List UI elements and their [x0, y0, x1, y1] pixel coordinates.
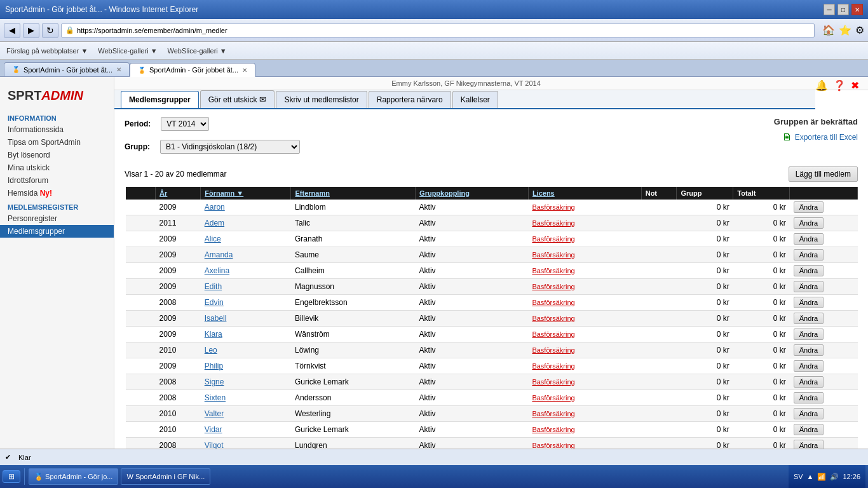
sort-lastname-link[interactable]: Efternamn	[295, 189, 329, 197]
settings-icon[interactable]: ⚙	[855, 24, 864, 36]
member-link[interactable]: Axelina	[205, 266, 229, 275]
sidebar-item-personregister[interactable]: Personregister	[0, 212, 114, 225]
license-link[interactable]: Basförsäkring	[532, 330, 574, 338]
license-link[interactable]: Basförsäkring	[532, 346, 574, 354]
address-bar[interactable]: 🔒 https://sportadmin.se/emember/admin/m_…	[61, 24, 815, 37]
sort-firstname-link[interactable]: Förnamn ▼	[205, 189, 243, 197]
start-button[interactable]: ⊞	[3, 470, 20, 483]
andra-button[interactable]: Ändra	[794, 424, 824, 435]
sidebar-item-idrottsforum[interactable]: Idrottsforum	[0, 174, 114, 187]
member-link[interactable]: Alice	[205, 234, 221, 243]
tab-close-icon[interactable]: ✕	[116, 66, 121, 73]
col-header-license[interactable]: Licens	[528, 187, 641, 200]
license-link[interactable]: Basförsäkring	[532, 315, 574, 322]
member-link[interactable]: Signe	[205, 377, 224, 386]
member-link[interactable]: Aaron	[205, 203, 225, 212]
member-link[interactable]: Leo	[205, 346, 217, 355]
andra-button[interactable]: Ändra	[794, 233, 824, 245]
col-header-year[interactable]: År	[156, 187, 201, 200]
tab-skriv-ut[interactable]: Skriv ut medlemslistor	[276, 91, 367, 108]
member-link[interactable]: Philip	[205, 362, 223, 370]
andra-button[interactable]: Ändra	[794, 297, 824, 308]
andra-button[interactable]: Ändra	[794, 440, 824, 449]
tab-kallelser[interactable]: Kallelser	[452, 91, 498, 108]
license-link[interactable]: Basförsäkring	[532, 235, 574, 243]
license-link[interactable]: Basförsäkring	[532, 442, 574, 449]
member-link[interactable]: Sixten	[205, 393, 226, 402]
andra-button[interactable]: Ändra	[794, 201, 824, 213]
sort-year-link[interactable]: År	[159, 189, 167, 197]
license-link[interactable]: Basförsäkring	[532, 267, 574, 274]
taskbar-item-word[interactable]: W SportAdmin i GF Nik...	[121, 468, 210, 485]
add-member-button[interactable]: Lägg till medlem	[789, 166, 858, 182]
minimize-button[interactable]: ─	[824, 4, 835, 15]
volume-icon[interactable]: 🔊	[830, 473, 839, 481]
andra-button[interactable]: Ändra	[794, 376, 824, 388]
license-link[interactable]: Basförsäkring	[532, 378, 574, 386]
andra-button[interactable]: Ändra	[794, 249, 824, 261]
forward-button[interactable]: ▶	[23, 23, 39, 38]
home-icon[interactable]: 🏠	[822, 24, 835, 36]
andra-button[interactable]: Ändra	[794, 265, 824, 276]
member-link[interactable]: Valter	[205, 409, 224, 418]
browser-tab-sportadmin[interactable]: 🏅 SportAdmin - Gör jobbet åt... ✕	[4, 62, 130, 76]
member-link[interactable]: Edvin	[205, 298, 224, 307]
license-link[interactable]: Basförsäkring	[532, 362, 574, 370]
close-session-icon[interactable]: ✖	[851, 79, 859, 92]
license-link[interactable]: Basförsäkring	[532, 283, 574, 290]
sidebar-item-mina-utskick[interactable]: Mina utskick	[0, 161, 114, 174]
license-link[interactable]: Basförsäkring	[532, 219, 574, 227]
license-link[interactable]: Basförsäkring	[532, 299, 574, 306]
member-link[interactable]: Amanda	[205, 250, 233, 259]
export-excel-link[interactable]: 🗎 Exportera till Excel	[782, 132, 858, 143]
sort-license-link[interactable]: Licens	[532, 189, 555, 197]
member-link[interactable]: Isabell	[205, 314, 227, 323]
member-link[interactable]: Edith	[205, 282, 222, 291]
bookmark-suggestions[interactable]: Förslag på webbplatser ▼	[4, 46, 90, 56]
col-header-group[interactable]: Gruppkoppling	[416, 187, 529, 200]
andra-button[interactable]: Ändra	[794, 360, 824, 372]
sidebar-item-byt-losenord[interactable]: Byt lösenord	[0, 149, 114, 161]
bookmark-webslice1[interactable]: WebSlice-galleri ▼	[95, 46, 159, 56]
bookmark-webslice2[interactable]: WebSlice-galleri ▼	[165, 46, 229, 56]
andra-button[interactable]: Ändra	[794, 313, 824, 324]
member-link[interactable]: Adem	[205, 219, 224, 227]
license-link[interactable]: Basförsäkring	[532, 203, 574, 211]
period-select[interactable]: VT 2014	[161, 117, 209, 131]
license-link[interactable]: Basförsäkring	[532, 251, 574, 259]
help-icon[interactable]: ❓	[833, 79, 846, 92]
andra-button[interactable]: Ändra	[794, 408, 824, 419]
browser-tab-active[interactable]: 🏅 SportAdmin - Gör jobbet åt... ✕	[130, 63, 255, 77]
andra-button[interactable]: Ändra	[794, 329, 824, 340]
refresh-button[interactable]: ↻	[42, 23, 58, 38]
member-link[interactable]: Vidar	[205, 425, 222, 434]
andra-button[interactable]: Ändra	[794, 344, 824, 356]
tab-narvaro[interactable]: Rapportera närvaro	[369, 91, 451, 108]
notifications-icon[interactable]: 🔔	[815, 79, 828, 92]
andra-button[interactable]: Ändra	[794, 217, 824, 229]
arrow-up-icon[interactable]: ▲	[807, 473, 814, 480]
maximize-button[interactable]: □	[837, 4, 849, 15]
col-header-firstname[interactable]: Förnamn ▼	[201, 187, 291, 200]
close-button[interactable]: ✕	[851, 4, 863, 15]
sidebar-item-tipsa[interactable]: Tipsa om SportAdmin	[0, 136, 114, 149]
sidebar-item-informationssida[interactable]: Informationssida	[0, 123, 114, 136]
member-link[interactable]: Vilgot	[205, 441, 224, 449]
tab-utskick[interactable]: Gör ett utskick ✉	[200, 90, 275, 108]
license-link[interactable]: Basförsäkring	[532, 394, 574, 402]
andra-button[interactable]: Ändra	[794, 392, 824, 403]
sort-group-link[interactable]: Gruppkoppling	[419, 189, 470, 197]
tab-medlemsgrupper[interactable]: Medlemsgrupper	[121, 91, 199, 108]
sidebar-item-medlemsgrupper[interactable]: Medlemsgrupper	[0, 225, 114, 238]
license-link[interactable]: Basförsäkring	[532, 410, 574, 417]
tab-active-close-icon[interactable]: ✕	[242, 67, 247, 74]
taskbar-item-sportadmin[interactable]: 🏅 SportAdmin - Gör jo...	[29, 468, 118, 485]
group-select[interactable]: B1 - Vidingsjöskolan (18/2)	[160, 140, 300, 154]
member-link[interactable]: Klara	[205, 330, 222, 339]
star-icon[interactable]: ⭐	[839, 24, 851, 36]
back-button[interactable]: ◀	[4, 23, 20, 38]
col-header-lastname[interactable]: Efternamn	[291, 187, 416, 200]
andra-button[interactable]: Ändra	[794, 281, 824, 292]
sidebar-item-hemsida[interactable]: Hemsida Ny!	[0, 187, 114, 200]
license-link[interactable]: Basförsäkring	[532, 426, 574, 433]
